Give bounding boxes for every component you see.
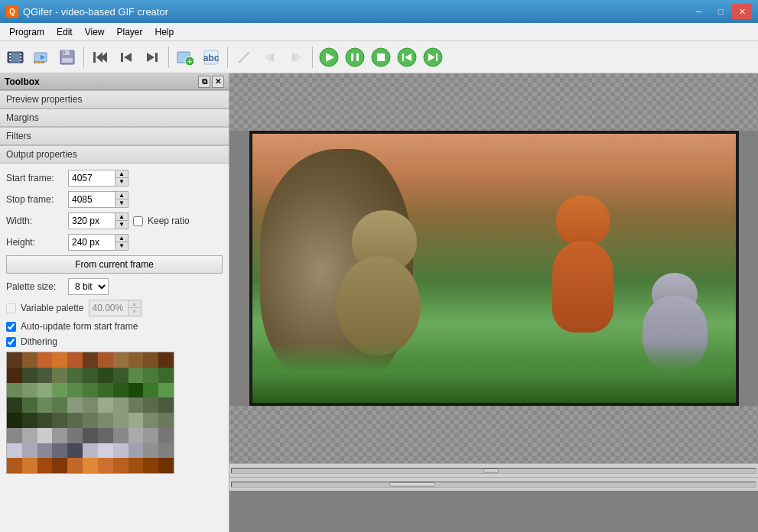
palette-cell — [67, 383, 83, 398]
checker-bottom — [229, 406, 758, 463]
palette-cell — [158, 383, 174, 398]
palette-cell — [52, 352, 67, 368]
palette-cell — [7, 413, 22, 428]
width-spinbox[interactable]: ▲ ▼ — [68, 212, 129, 229]
section-output-properties[interactable]: Output properties — [0, 145, 229, 164]
prev-icon — [118, 49, 135, 66]
squirrel-body — [337, 256, 421, 355]
palette-cell — [129, 368, 144, 383]
open-video-button[interactable] — [29, 45, 54, 70]
start-frame-input[interactable] — [69, 170, 115, 186]
film-icon — [7, 49, 24, 66]
menu-edit[interactable]: Edit — [50, 24, 79, 41]
prev-action-button[interactable] — [258, 45, 282, 70]
palette-cell — [52, 428, 67, 443]
height-down[interactable]: ▼ — [115, 242, 128, 250]
toolbar-sep-1 — [83, 47, 84, 68]
section-preview-properties[interactable]: Preview properties — [0, 90, 229, 109]
film-strip-button[interactable] — [3, 45, 28, 70]
stop-button[interactable] — [369, 45, 393, 70]
height-spinbox[interactable]: ▲ ▼ — [68, 234, 129, 251]
from-current-button[interactable]: From current frame — [6, 255, 223, 274]
text-tool-button[interactable]: abc — [199, 45, 223, 70]
preview-area — [229, 73, 758, 532]
frame-scrollbar-thumb[interactable] — [483, 469, 499, 473]
dithering-label: Dithering — [21, 336, 57, 347]
palette-cell — [143, 383, 158, 398]
dithering-checkbox[interactable] — [6, 337, 16, 347]
palette-cell — [143, 413, 158, 428]
prev-button[interactable] — [114, 45, 138, 70]
play-icon — [318, 47, 340, 68]
palette-size-combo[interactable]: 8 bit — [68, 278, 109, 295]
preview-container — [229, 73, 758, 532]
palette-grid — [7, 352, 174, 473]
frame-scrollbar[interactable] — [229, 463, 758, 477]
section-filters[interactable]: Filters — [0, 127, 229, 145]
menu-help[interactable]: Help — [149, 24, 181, 41]
section-margins[interactable]: Margins — [0, 109, 229, 127]
start-frame-label: Start frame: — [6, 173, 63, 183]
palette-cell — [129, 397, 144, 413]
stop-frame-up[interactable]: ▲ — [115, 192, 128, 200]
palette-cell — [67, 413, 83, 428]
height-input[interactable] — [69, 235, 115, 250]
menu-player[interactable]: Player — [111, 24, 149, 41]
next-track-button[interactable] — [421, 45, 445, 70]
save-button[interactable] — [55, 45, 80, 70]
toolbox-close-button[interactable]: ✕ — [212, 76, 224, 88]
keep-ratio-checkbox[interactable] — [133, 216, 143, 226]
variable-palette-label: Variable palette — [21, 303, 84, 313]
prev-track-button[interactable] — [395, 45, 419, 70]
width-input[interactable] — [69, 213, 115, 229]
draw-button[interactable] — [232, 45, 256, 70]
start-frame-down[interactable]: ▼ — [115, 178, 128, 186]
palette-cell — [52, 383, 67, 398]
frame-scrollbar-track[interactable] — [231, 468, 756, 474]
maximize-button[interactable]: □ — [711, 4, 730, 19]
palette-size-label: Palette size: — [6, 281, 63, 292]
width-up[interactable]: ▲ — [115, 213, 128, 221]
text-tool-icon: abc — [203, 49, 220, 66]
stop-frame-spinbox[interactable]: ▲ ▼ — [68, 191, 129, 208]
palette-size-select[interactable]: 8 bit — [69, 279, 108, 294]
svg-point-38 — [346, 48, 364, 66]
play-button[interactable] — [317, 45, 341, 70]
svg-rect-16 — [63, 51, 65, 54]
svg-rect-12 — [37, 61, 41, 63]
timeline-scrollbar[interactable] — [229, 477, 758, 491]
svg-rect-40 — [356, 54, 359, 61]
minimize-button[interactable]: ─ — [689, 4, 709, 19]
toolbox-float-button[interactable]: ⧉ — [198, 76, 210, 88]
toolbox-scroll-area[interactable]: Preview properties Margins Filters Outpu… — [0, 90, 229, 532]
palette-size-row: Palette size: 8 bit — [6, 278, 223, 295]
width-down[interactable]: ▼ — [115, 221, 128, 229]
next-action-button[interactable] — [284, 45, 308, 70]
pause-button[interactable] — [343, 45, 367, 70]
close-button[interactable]: ✕ — [732, 4, 752, 19]
variable-palette-checkbox[interactable] — [6, 303, 16, 313]
timeline-scrollbar-track[interactable] — [231, 482, 756, 488]
auto-update-checkbox[interactable] — [6, 322, 16, 332]
stop-frame-down[interactable]: ▼ — [115, 200, 128, 207]
next-button[interactable] — [140, 45, 164, 70]
start-frame-up[interactable]: ▲ — [115, 170, 128, 178]
add-frame-button[interactable]: + — [173, 45, 197, 70]
palette-cell — [158, 352, 174, 368]
palette-cell — [37, 458, 53, 473]
timeline-scrollbar-thumb[interactable] — [389, 482, 435, 487]
start-frame-spinbox[interactable]: ▲ ▼ — [68, 170, 129, 187]
stop-frame-input[interactable] — [69, 192, 115, 207]
menu-program[interactable]: Program — [3, 24, 50, 41]
palette-cell — [129, 458, 144, 473]
palette-cell — [83, 383, 98, 398]
rewind-button[interactable] — [88, 45, 112, 70]
window-title: QGifer - video-based GIF creator — [23, 6, 168, 18]
height-up[interactable]: ▲ — [115, 235, 128, 242]
menu-view[interactable]: View — [79, 24, 111, 41]
auto-update-label: Auto-update form start frame — [21, 321, 138, 332]
svg-marker-35 — [295, 53, 301, 62]
prev-track-icon — [396, 47, 418, 68]
palette-cell — [129, 383, 144, 398]
palette-cell — [143, 443, 158, 459]
